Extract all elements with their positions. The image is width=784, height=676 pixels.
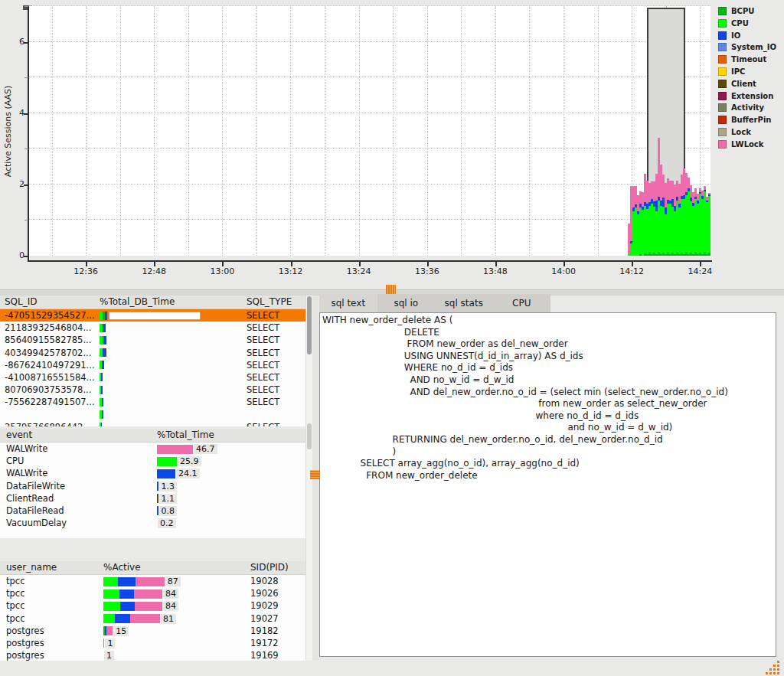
table-row[interactable]: 40349942578702...SELECT [0,347,305,359]
legend-item-client: Client [718,80,776,88]
chart-plot-area[interactable] [29,6,710,256]
x-axis-tick-label: 13:36 [410,266,444,276]
v-gridline [256,6,257,256]
active-bar: 81 [103,614,176,624]
sql-text-panel[interactable]: WITH new_order_delete AS ( DELETE FROM n… [319,312,776,657]
tab-sql-stats[interactable]: sql stats [435,294,493,312]
h-gridline [29,77,710,77]
chart-bars [628,138,710,256]
window-resize-grip-icon[interactable] [766,658,782,674]
table-row[interactable] [0,409,305,421]
table-row[interactable]: WALWrite24.1 [0,467,305,479]
v-gridline [290,6,291,256]
grip-dot [777,665,779,667]
legend-item-ipc: IPC [718,67,776,76]
percent-value: 84 [163,601,178,611]
col-header-total-time: %Total_Time [157,429,214,440]
table-row[interactable]: tpcc8119027 [0,612,305,625]
tab-sql-io[interactable]: sql io [377,294,436,312]
db-time-bar [100,324,106,332]
h-gridline [29,41,710,42]
x-axis-line [28,260,712,262]
table-row[interactable]: WALWrite46.7 [0,443,305,455]
event-name-cell: VacuumDelay [6,518,67,528]
total-time-bar: 46.7 [157,444,217,454]
tab-cpu[interactable]: CPU [493,294,551,312]
bar-segment-io [103,324,106,332]
bar-segment-io [101,386,103,394]
vertical-splitter[interactable] [312,296,318,661]
user-name-cell: postgres [6,625,44,636]
bar-segment-io [157,482,158,491]
table-row[interactable]: 80706903753578...SELECT [0,384,305,396]
total-time-bar: 0.2 [157,518,176,528]
legend-swatch-icon [718,92,727,100]
active-bar: 1 [103,638,115,648]
sql-id-table: SQL_ID %Total_DB_Time SQL_TYPE -47051529… [0,296,305,426]
legend-item-system_io: System_IO [718,43,776,51]
bar-segment-lwlock [135,602,162,611]
db-time-bar [100,336,106,345]
db-time-bar [100,410,103,419]
table-row[interactable]: -75562287491507...SELECT [0,396,305,408]
sql-type-cell: SELECT [247,310,279,321]
user-table-header: user_name %Active SID(PID) [0,561,305,575]
v-gridline [564,6,564,256]
table-row[interactable]: postgres119172 [0,637,305,649]
x-axis-tick-label: 13:48 [479,266,512,276]
db-time-bar [100,386,103,394]
table-row[interactable]: tpcc8419026 [0,587,305,599]
col-header-event: event [6,429,32,440]
h-gridline [29,5,710,6]
table-row[interactable]: tpcc8419029 [0,599,305,612]
table-row[interactable]: DataFileWrite1.3 [0,480,305,492]
legend-item-activity: Activity [718,103,776,112]
table-row[interactable]: 21183932546804...SELECT [0,322,305,334]
chart-bar-segment-cpu [708,196,710,253]
grip-dot [773,668,776,671]
user-name-cell: tpcc [6,576,24,586]
percent-value: 1.3 [159,482,178,491]
y-axis-tick [24,149,28,149]
col-header-sql-id: SQL_ID [5,296,38,307]
table-row[interactable]: 85640915582785...SELECT [0,334,305,346]
table-row[interactable]: -86762410497291...SELECT [0,359,305,371]
bar-segment-io [102,410,103,419]
table-row[interactable]: 25795766896442...SELECT [0,421,305,426]
sql-type-cell: SELECT [247,335,279,345]
table-row[interactable]: postgres1519182 [0,625,305,637]
legend-label: Timeout [731,55,766,64]
h-gridline [29,184,710,185]
percent-value: 15 [113,626,129,636]
tab-sql-text[interactable]: sql text [319,294,377,312]
bar-segment-cpu [103,638,104,648]
sql-id-cell: -41008716551584... [5,372,95,383]
bar-segment-io [115,614,130,623]
user-name-cell: tpcc [6,588,24,599]
table-row[interactable]: -47051529354527...SELECT [0,309,305,322]
table-row[interactable]: postgres119169 [0,649,305,661]
table-row[interactable]: -41008716551584...SELECT [0,371,305,384]
bar-segment-lwlock [136,577,165,586]
y-axis-tick-label: 2 [8,179,24,189]
table-row[interactable]: VacuumDelay0.2 [0,517,305,529]
x-axis-tick-label: 14:00 [547,266,580,276]
splitter-grip-icon[interactable] [386,285,396,294]
total-time-bar: 1.1 [157,494,177,504]
bar-segment-io [119,589,134,599]
bar-segment-cpu [157,457,177,466]
scrollbar-thumb-secondary[interactable] [307,423,312,449]
table-row[interactable]: tpcc8719028 [0,575,305,587]
table-row[interactable]: CPU25.9 [0,455,305,467]
table-row[interactable]: ClientRead1.1 [0,492,305,505]
bar-segment-io [157,506,158,515]
sql-type-cell: SELECT [247,422,279,426]
sql-id-cell: 85640915582785... [5,335,91,345]
legend-label: BCPU [731,7,754,15]
v-gridline [325,6,325,256]
v-gridline [529,6,530,256]
table-row[interactable]: DataFileRead0.8 [0,505,305,517]
scrollbar-thumb[interactable] [307,296,312,354]
bar-segment-cpu [103,614,115,623]
col-header-user-name: user_name [6,562,57,573]
